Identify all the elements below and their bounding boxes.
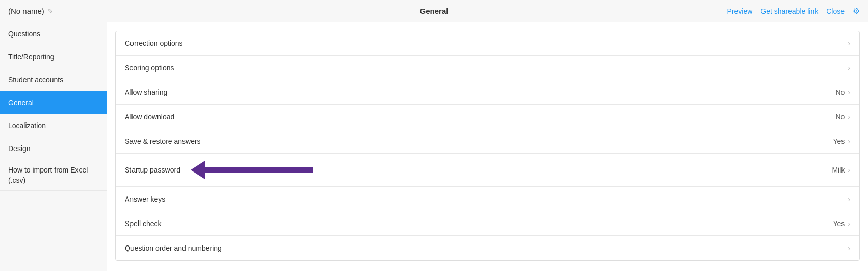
row-save-restore[interactable]: Save & restore answers Yes › [116,129,859,154]
preview-link[interactable]: Preview [727,7,753,15]
chevron-icon: › [848,137,850,145]
chevron-icon: › [848,166,850,174]
answer-keys-label: Answer keys [125,195,165,203]
spell-check-right: Yes › [833,219,850,228]
sidebar-item-general[interactable]: General [0,91,107,114]
sidebar-item-localization[interactable]: Localization [0,114,107,137]
chevron-icon: › [848,219,850,228]
answer-keys-right: › [848,195,850,203]
allow-download-label: Allow download [125,113,174,121]
question-order-right: › [848,244,850,252]
header-left: (No name) ✎ [8,7,54,15]
sidebar-item-questions[interactable]: Questions [0,22,107,45]
main-layout: Questions Title/Reporting Student accoun… [0,22,868,271]
scoring-options-right: › [848,64,850,72]
spell-check-label: Spell check [125,219,162,228]
save-restore-right: Yes › [833,137,850,145]
correction-options-label: Correction options [125,39,183,47]
spell-check-value: Yes [833,219,845,228]
startup-password-value: Milk [832,166,845,174]
header-right: Preview Get shareable link Close ⚙ [727,6,860,16]
header: (No name) ✎ General Preview Get shareabl… [0,0,868,22]
startup-password-right: Milk › [832,166,850,174]
allow-download-value: No [835,113,845,121]
row-question-order[interactable]: Question order and numbering › [116,236,859,260]
allow-download-right: No › [835,113,850,121]
allow-sharing-label: Allow sharing [125,88,167,96]
row-correction-options[interactable]: Correction options › [116,31,859,56]
chevron-icon: › [848,39,850,47]
allow-sharing-right: No › [835,88,850,96]
header-center-title: General [420,7,449,15]
content-area: Correction options › Scoring options › A… [107,22,868,271]
sidebar: Questions Title/Reporting Student accoun… [0,22,107,271]
header-title: (No name) [8,7,44,15]
edit-icon[interactable]: ✎ [47,7,54,15]
correction-options-right: › [848,39,850,47]
row-scoring-options[interactable]: Scoring options › [116,56,859,80]
chevron-icon: › [848,244,850,252]
row-startup-password[interactable]: Startup password Milk › [116,154,859,187]
close-button[interactable]: Close [826,7,845,15]
row-allow-download[interactable]: Allow download No › [116,105,859,129]
settings-list: Correction options › Scoring options › A… [115,31,860,261]
arrow-svg [191,161,313,179]
allow-sharing-value: No [835,88,845,96]
chevron-icon: › [848,88,850,96]
row-answer-keys[interactable]: Answer keys › [116,187,859,211]
annotation-arrow [191,161,313,179]
save-restore-value: Yes [833,137,845,145]
gear-icon[interactable]: ⚙ [853,6,860,16]
svg-marker-0 [191,161,313,179]
get-shareable-link[interactable]: Get shareable link [760,7,818,15]
row-spell-check[interactable]: Spell check Yes › [116,211,859,236]
startup-password-label: Startup password [125,161,313,179]
chevron-icon: › [848,195,850,203]
row-allow-sharing[interactable]: Allow sharing No › [116,80,859,105]
chevron-icon: › [848,64,850,72]
sidebar-item-title-reporting[interactable]: Title/Reporting [0,45,107,68]
sidebar-item-student-accounts[interactable]: Student accounts [0,68,107,91]
sidebar-item-import-excel[interactable]: How to import from Excel (.csv) [0,160,107,191]
scoring-options-label: Scoring options [125,64,174,72]
sidebar-item-design[interactable]: Design [0,137,107,160]
question-order-label: Question order and numbering [125,244,222,252]
chevron-icon: › [848,113,850,121]
save-restore-label: Save & restore answers [125,137,201,145]
